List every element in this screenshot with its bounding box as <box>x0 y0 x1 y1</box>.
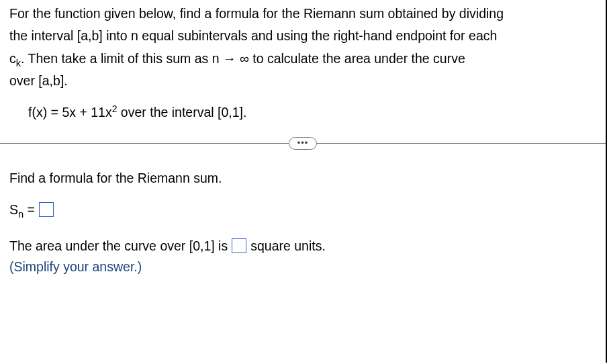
ellipsis-pill[interactable]: ••• <box>289 137 318 150</box>
sn-input[interactable] <box>39 202 54 217</box>
area-text-pre: The area under the curve over [0,1] is <box>9 236 228 257</box>
divider-line-left <box>0 143 289 144</box>
area-answer-row: The area under the curve over [0,1] is s… <box>9 236 326 257</box>
section-divider: ••• <box>0 137 606 150</box>
problem-text-line3: ck. Then take a limit of this sum as n →… <box>9 49 596 69</box>
problem-text-line1: For the function given below, find a for… <box>9 4 596 24</box>
area-text-post: square units. <box>250 236 326 257</box>
area-input[interactable] <box>232 238 246 253</box>
riemann-prompt: Find a formula for the Riemann sum. <box>9 169 596 188</box>
simplify-hint: (Simplify your answer.) <box>9 257 596 277</box>
ck-text: ck <box>9 51 21 66</box>
problem-text-line4: over [a,b]. <box>9 71 596 91</box>
sn-label: Sn = <box>9 202 35 218</box>
sn-answer-row: Sn = <box>9 202 596 218</box>
problem-text-line2: the interval [a,b] into n equal subinter… <box>9 26 596 46</box>
divider-line-right <box>317 143 606 144</box>
function-definition: f(x) = 5x + 11x2 over the interval [0,1]… <box>28 103 596 122</box>
